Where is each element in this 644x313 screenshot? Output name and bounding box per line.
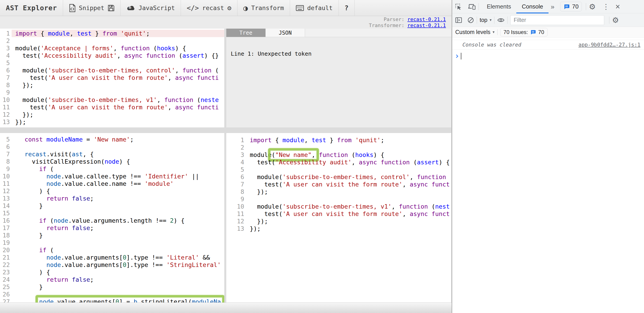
parser-version-link[interactable]: recast-0.21.1 <box>408 16 446 22</box>
clear-console-icon[interactable] <box>467 17 474 24</box>
console-messages-badge[interactable]: 70 <box>560 2 582 12</box>
code-token: async <box>359 159 377 166</box>
code-token: 'subscribe-to-ember-times, v1' <box>48 96 157 103</box>
screen: AST Explorer Snippet ∞ JavaScript </> <box>0 0 644 313</box>
code-token <box>24 217 39 224</box>
line-number: 11 <box>0 180 12 187</box>
code-token <box>68 224 72 232</box>
code-token: 'module' <box>144 180 174 187</box>
transform-editor-pane[interactable]: 5const moduleName = 'New name';67recast.… <box>0 133 224 302</box>
code-line: 17 return false; <box>0 224 224 232</box>
line-number: 22 <box>0 261 12 268</box>
help-button[interactable]: ? <box>339 0 355 16</box>
custom-levels-dropdown[interactable]: Custom levels ▾ <box>455 29 495 35</box>
snippet-menu[interactable]: Snippet <box>63 0 120 16</box>
source-editor-pane[interactable]: 1import { module, test } from 'qunit';23… <box>0 28 224 128</box>
code-text: }); <box>12 118 224 126</box>
code-token: ].type !== <box>126 254 166 261</box>
code-token: visitCallExpression( <box>24 158 105 165</box>
more-tabs-icon[interactable]: » <box>548 3 557 10</box>
code-token: }); <box>250 225 261 232</box>
parser-label: recast <box>202 4 224 12</box>
device-toolbar-icon[interactable] <box>468 3 476 10</box>
line-number: 13 <box>226 225 246 232</box>
code-token: .value.arguments.length !== <box>68 217 170 224</box>
save-icon[interactable] <box>108 5 114 12</box>
code-token: moduleName <box>46 136 83 143</box>
code-token: module( <box>15 45 41 52</box>
console-settings-gear-icon[interactable]: ⚙ <box>612 16 619 24</box>
line-number: 26 <box>0 291 12 298</box>
code-token: ) { <box>24 188 50 194</box>
code-line: 2 <box>226 144 451 151</box>
code-token: async <box>124 52 142 59</box>
transform-toggle-icon[interactable]: ◑ <box>243 4 248 12</box>
line-number: 9 <box>0 165 12 172</box>
parser-settings-gear-icon[interactable]: ⚙ <box>228 5 232 12</box>
line-number: 15 <box>0 210 12 217</box>
code-token: function <box>399 203 428 210</box>
code-token: import <box>15 30 37 37</box>
green-highlight-box: node.value.arguments[0] = b.stringLitera… <box>36 295 224 302</box>
console-source-link[interactable]: app-9b0fdd2…-27.js:1 <box>578 42 640 48</box>
code-line: 22 node.value.arguments[0].type !== 'Str… <box>0 261 224 268</box>
app-title: AST Explorer <box>6 4 57 12</box>
code-token: , <box>312 151 315 158</box>
transform-editor[interactable]: 5const moduleName = 'New name';67recast.… <box>0 133 224 302</box>
javascript-context-dropdown[interactable]: top ▾ <box>480 17 492 23</box>
output-editor[interactable]: 1import { module, test } from 'qunit';23… <box>226 133 451 232</box>
code-token: ( <box>348 151 355 158</box>
tab-console[interactable]: Console <box>516 0 548 14</box>
line-number: 2 <box>0 37 12 44</box>
code-token: 'subscribe-to-ember-times, control' <box>48 67 175 74</box>
code-token: ) { <box>24 269 50 276</box>
console-sidebar-icon[interactable] <box>455 17 462 23</box>
code-token: 0 <box>116 298 119 302</box>
app-logo[interactable]: AST Explorer <box>0 0 63 16</box>
devtools-menu-dots-icon[interactable]: ⋮ <box>602 3 610 10</box>
source-editor[interactable]: 1import { module, test } from 'qunit';23… <box>0 28 224 126</box>
code-line: 5 <box>0 59 224 66</box>
file-code-icon <box>69 4 76 12</box>
line-number: 16 <box>0 217 12 224</box>
line-number: 5 <box>0 59 12 66</box>
tab-tree[interactable]: Tree <box>226 28 266 37</box>
code-token: moduleNa <box>192 298 221 302</box>
line-number: 12 <box>0 111 12 118</box>
code-text: node.value.callee.name !== 'module' <box>12 180 224 187</box>
close-devtools-icon[interactable]: × <box>616 2 620 12</box>
code-token: test( <box>15 104 48 111</box>
code-token: node <box>54 217 68 224</box>
output-editor-pane[interactable]: 1import { module, test } from 'qunit';23… <box>226 133 451 302</box>
code-token: test <box>312 136 326 144</box>
code-brackets-icon: </> <box>187 5 199 12</box>
code-line: 18 } <box>0 232 224 239</box>
line-number: 11 <box>0 104 12 111</box>
code-token: 'Accessibility audit' <box>275 159 352 166</box>
transform-menu[interactable]: ◑ Transform <box>238 0 290 16</box>
settings-gear-icon[interactable]: ⚙ <box>589 3 596 10</box>
code-token: hooks <box>355 151 373 158</box>
console-prompt[interactable] <box>452 50 644 60</box>
issues-badge[interactable]: 70 Issues: 70 <box>500 28 548 36</box>
code-token: 'A user can visit the form route' <box>48 104 168 111</box>
transformer-version-link[interactable]: recast-0.21.1 <box>408 22 446 28</box>
line-number: 9 <box>226 196 246 203</box>
language-menu[interactable]: ∞ JavaScript <box>120 0 181 16</box>
code-text: test('A user can visit the form route', … <box>12 104 224 111</box>
tab-json[interactable]: JSON <box>266 28 305 37</box>
parser-menu[interactable]: </> recast ⚙ <box>181 0 238 16</box>
code-token: , <box>113 45 121 52</box>
code-token: ( <box>194 96 201 103</box>
keymap-menu[interactable]: default <box>290 0 339 16</box>
code-token: function <box>146 52 175 59</box>
line-number: 6 <box>0 143 12 150</box>
inspect-element-icon[interactable] <box>455 3 462 10</box>
code-token: ( <box>272 151 275 158</box>
live-expression-eye-icon[interactable] <box>497 17 505 23</box>
filter-input[interactable] <box>510 15 604 25</box>
line-number: 4 <box>0 52 12 59</box>
code-token: function <box>319 151 348 158</box>
tab-elements[interactable]: Elements <box>482 0 516 14</box>
code-token <box>428 210 432 217</box>
